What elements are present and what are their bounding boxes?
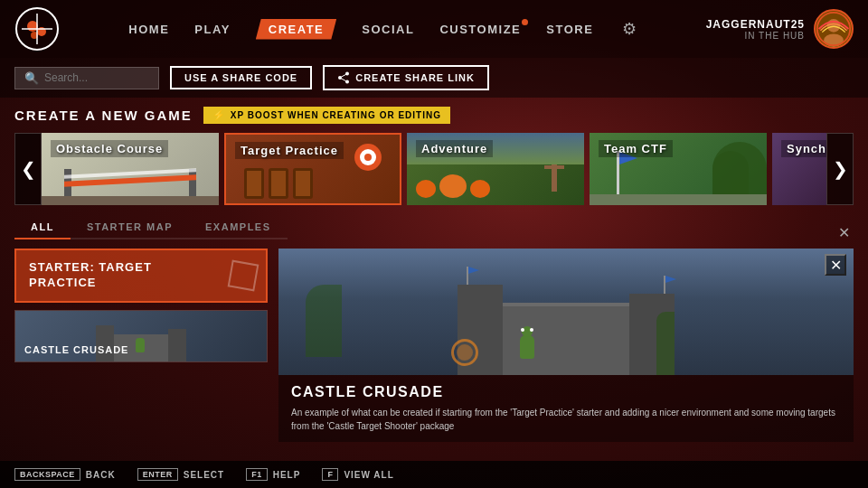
filter-tab-starter[interactable]: STARTER MAP <box>71 216 189 239</box>
svg-line-14 <box>340 78 347 82</box>
map-item-starter-target[interactable]: STARTER: TARGETPRACTICE <box>14 249 268 303</box>
share-icon <box>337 71 350 84</box>
create-share-link-button[interactable]: CREATE SHARE LINK <box>323 65 489 90</box>
detail-image <box>278 249 854 375</box>
username-status: IN THE HUB <box>706 31 805 41</box>
lower-section: STARTER: TARGETPRACTICE <box>14 249 854 442</box>
svg-line-13 <box>340 74 347 79</box>
filter-tabs: ALL STARTER MAP EXAMPLES <box>14 216 288 239</box>
close-panel-button[interactable]: ✕ <box>838 224 850 241</box>
use-share-code-button[interactable]: USE A SHARE CODE <box>170 66 312 89</box>
key-f-badge: F <box>322 468 338 481</box>
nav-play[interactable]: PLAY <box>194 23 230 36</box>
target-ring-inner <box>457 344 473 361</box>
nav-links: HOME PLAY CREATE SOCIAL CUSTOMIZE STORE … <box>60 19 706 40</box>
key-f-viewall: F VIEW ALL <box>322 468 393 481</box>
map-item-starter-inner: STARTER: TARGETPRACTICE <box>16 250 266 301</box>
key-f-label: VIEW ALL <box>344 470 393 480</box>
game-mode-carousel: ❮ Obstacle Course <box>14 133 854 205</box>
svg-point-1 <box>27 21 38 32</box>
settings-icon[interactable]: ⚙ <box>622 19 637 39</box>
create-share-link-label: CREATE SHARE LINK <box>355 72 475 83</box>
key-backspace-label: BACK <box>86 470 116 480</box>
nav-home[interactable]: HOME <box>128 23 169 36</box>
user-avatar[interactable] <box>814 9 854 49</box>
nav-store[interactable]: STORE <box>546 23 593 36</box>
map-item-starter-label: STARTER: TARGETPRACTICE <box>29 260 152 291</box>
section-header: CREATE A NEW GAME XP BOOST WHEN CREATING… <box>14 107 854 124</box>
key-backspace-back: BACKSPACE BACK <box>14 468 116 481</box>
search-box[interactable]: 🔍 <box>14 67 159 89</box>
xp-boost-badge: XP BOOST WHEN CREATING OR EDITING <box>203 107 450 124</box>
carousel-prev-button[interactable]: ❮ <box>14 133 42 205</box>
game-card-partial[interactable]: Synchr… <box>772 133 826 205</box>
nav-social[interactable]: SOCIAL <box>362 23 414 36</box>
detail-info: CASTLE CRUSADE An example of what can be… <box>278 375 854 442</box>
castle-ivy <box>306 285 342 357</box>
map-item-castle-crusade[interactable]: CASTLE CRUSADE <box>14 310 268 362</box>
main-content: CREATE A NEW GAME XP BOOST WHEN CREATING… <box>0 98 868 442</box>
castle-flag-right <box>664 276 665 294</box>
map-list: STARTER: TARGETPRACTICE <box>14 249 268 442</box>
bottom-bar: BACKSPACE BACK ENTER SELECT F1 HELP F VI… <box>0 461 868 488</box>
nav-create[interactable]: CREATE <box>256 19 336 40</box>
key-enter-select: ENTER SELECT <box>137 468 224 481</box>
detail-description: An example of what can be created if sta… <box>291 406 841 433</box>
section-title: CREATE A NEW GAME <box>14 108 193 123</box>
map-item-castle-thumbnail: CASTLE CRUSADE <box>15 311 267 361</box>
nav-customize[interactable]: CUSTOMIZE <box>439 23 521 36</box>
key-f1-label: HELP <box>273 470 301 480</box>
key-backspace-badge: BACKSPACE <box>14 468 80 481</box>
castle-flag-left <box>467 267 468 285</box>
map-item-castle-label: CASTLE CRUSADE <box>24 343 128 356</box>
username-name: JAGGERNAUT25 <box>706 18 805 31</box>
search-icon: 🔍 <box>24 71 39 85</box>
filter-area: ALL STARTER MAP EXAMPLES ✕ <box>14 216 854 249</box>
logo[interactable] <box>14 6 60 52</box>
search-input[interactable] <box>44 71 149 84</box>
detail-panel: ✕ <box>278 249 854 442</box>
game-card-target[interactable]: Target Practice <box>224 133 401 205</box>
username-display: JAGGERNAUT25 IN THE HUB <box>706 18 805 41</box>
top-nav: HOME PLAY CREATE SOCIAL CUSTOMIZE STORE … <box>0 0 868 58</box>
filter-tab-all[interactable]: ALL <box>14 216 71 239</box>
filter-tab-examples[interactable]: EXAMPLES <box>189 216 288 239</box>
carousel-track: Obstacle Course <box>42 133 826 205</box>
game-card-target-label: Target Practice <box>235 142 344 159</box>
carousel-next-button[interactable]: ❯ <box>826 133 854 205</box>
detail-close-button[interactable]: ✕ <box>825 254 846 276</box>
detail-title: CASTLE CRUSADE <box>291 384 841 400</box>
game-card-obstacle-label: Obstacle Course <box>51 140 168 157</box>
key-enter-label: SELECT <box>184 470 224 480</box>
game-card-obstacle[interactable]: Obstacle Course <box>42 133 219 205</box>
game-card-partial-label: Synchr… <box>781 140 826 157</box>
user-area: JAGGERNAUT25 IN THE HUB <box>706 9 854 49</box>
tower-vines <box>656 312 675 375</box>
character-frog <box>520 335 534 359</box>
game-card-adventure[interactable]: Adventure <box>407 133 584 205</box>
game-card-ctf-label: Team CTF <box>599 140 673 157</box>
game-card-adventure-label: Adventure <box>416 140 493 157</box>
game-card-ctf[interactable]: Team CTF <box>590 133 767 205</box>
key-f1-help: F1 HELP <box>246 468 300 481</box>
key-f1-badge: F1 <box>246 468 268 481</box>
toolbar: 🔍 USE A SHARE CODE CREATE SHARE LINK <box>0 58 868 98</box>
key-enter-badge: ENTER <box>137 468 178 481</box>
